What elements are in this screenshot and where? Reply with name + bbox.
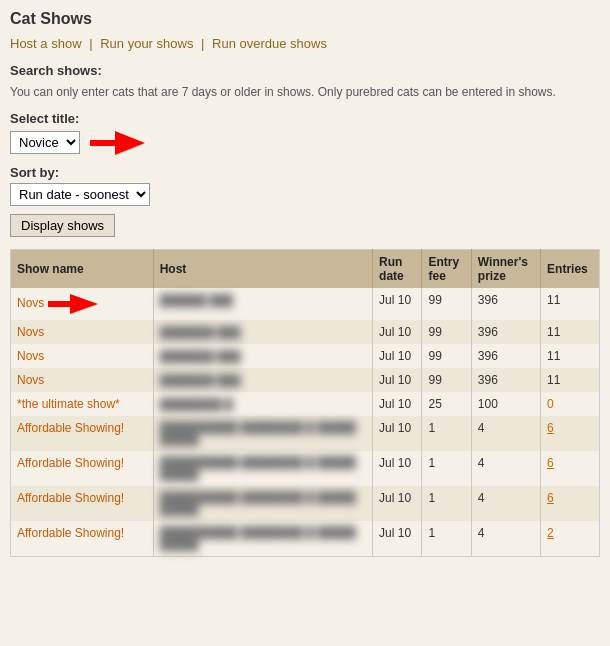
show-name-link[interactable]: Novs xyxy=(17,373,44,387)
host-cell: ██████████ ████████ █ █████ █████ xyxy=(153,486,372,521)
entry-fee-cell: 99 xyxy=(422,344,471,368)
entries-link[interactable]: 6 xyxy=(547,491,554,505)
display-shows-button[interactable]: Display shows xyxy=(10,214,115,237)
col-header-show-name: Show name xyxy=(11,249,154,288)
title-select-row: Novice xyxy=(10,129,600,157)
run-date-cell: Jul 10 xyxy=(373,486,422,521)
col-header-entry-fee: Entry fee xyxy=(422,249,471,288)
show-name-link[interactable]: Affordable Showing! xyxy=(17,526,124,540)
table-row: Novs██████ ███Jul 109939611 xyxy=(11,288,600,320)
run-date-cell: Jul 10 xyxy=(373,288,422,320)
entries-link[interactable]: 6 xyxy=(547,421,554,435)
entry-fee-cell: 25 xyxy=(422,392,471,416)
host-cell: ██████████ ████████ █ █████ █████ xyxy=(153,451,372,486)
host-blurred: ██████████ ████████ █ █████ █████ xyxy=(160,526,366,550)
arrow-icon-row xyxy=(44,296,100,310)
page-container: Cat Shows Host a show | Run your shows |… xyxy=(0,0,610,646)
show-name-cell: Novs xyxy=(11,288,154,320)
host-cell: ███████ ███ xyxy=(153,320,372,344)
host-blurred: ███████ ███ xyxy=(160,350,241,362)
table-row: Affordable Showing!██████████ ████████ █… xyxy=(11,521,600,557)
show-name-link[interactable]: Novs xyxy=(17,325,44,339)
table-row: Novs███████ ███Jul 109939611 xyxy=(11,344,600,368)
info-text: You can only enter cats that are 7 days … xyxy=(10,84,600,101)
show-name-cell: Novs xyxy=(11,368,154,392)
host-blurred: ██████████ ████████ █ █████ █████ xyxy=(160,491,366,515)
entry-fee-cell: 99 xyxy=(422,288,471,320)
show-name-link[interactable]: Novs xyxy=(17,349,44,363)
run-date-cell: Jul 10 xyxy=(373,368,422,392)
title-label: Select title: xyxy=(10,111,600,126)
page-title: Cat Shows xyxy=(10,10,600,28)
winners-prize-cell: 396 xyxy=(471,344,540,368)
entries-cell: 11 xyxy=(541,368,600,392)
svg-marker-1 xyxy=(48,294,98,314)
show-name-cell: Affordable Showing! xyxy=(11,416,154,451)
entry-fee-cell: 1 xyxy=(422,486,471,521)
entry-fee-cell: 99 xyxy=(422,368,471,392)
winners-prize-cell: 4 xyxy=(471,416,540,451)
show-name-link[interactable]: Affordable Showing! xyxy=(17,421,124,435)
nav-sep-2: | xyxy=(201,36,204,51)
run-date-cell: Jul 10 xyxy=(373,451,422,486)
winners-prize-cell: 396 xyxy=(471,320,540,344)
show-name-link[interactable]: Novs xyxy=(17,296,44,310)
entries-cell: 6 xyxy=(541,451,600,486)
entries-link[interactable]: 2 xyxy=(547,526,554,540)
entry-fee-cell: 99 xyxy=(422,320,471,344)
col-header-entries: Entries xyxy=(541,249,600,288)
host-cell: ██████████ ████████ █ █████ █████ xyxy=(153,521,372,557)
show-name-cell: Affordable Showing! xyxy=(11,521,154,557)
run-date-cell: Jul 10 xyxy=(373,416,422,451)
table-row: Affordable Showing!██████████ ████████ █… xyxy=(11,416,600,451)
host-cell: ██████ ███ xyxy=(153,288,372,320)
show-name-cell: Affordable Showing! xyxy=(11,486,154,521)
entries-cell: 11 xyxy=(541,288,600,320)
host-blurred: ██████████ ████████ █ █████ █████ xyxy=(160,456,366,480)
host-blurred: ████████ █ xyxy=(160,398,233,410)
show-name-link[interactable]: Affordable Showing! xyxy=(17,456,124,470)
host-blurred: ██████ ███ xyxy=(160,294,233,306)
nav-host-show[interactable]: Host a show xyxy=(10,36,82,51)
col-header-run-date: Run date xyxy=(373,249,422,288)
entry-fee-cell: 1 xyxy=(422,521,471,557)
shows-table: Show name Host Run date Entry fee Winner… xyxy=(10,249,600,557)
host-blurred: ███████ ███ xyxy=(160,326,241,338)
winners-prize-cell: 396 xyxy=(471,368,540,392)
nav-overdue-shows[interactable]: Run overdue shows xyxy=(212,36,327,51)
table-row: Affordable Showing!██████████ ████████ █… xyxy=(11,486,600,521)
show-name-cell: Novs xyxy=(11,344,154,368)
run-date-cell: Jul 10 xyxy=(373,344,422,368)
table-row: Novs███████ ███Jul 109939611 xyxy=(11,368,600,392)
show-name-link[interactable]: *the ultimate show* xyxy=(17,397,120,411)
nav-your-shows[interactable]: Run your shows xyxy=(100,36,193,51)
run-date-cell: Jul 10 xyxy=(373,320,422,344)
nav-sep-1: | xyxy=(89,36,92,51)
host-cell: ██████████ ████████ █ █████ █████ xyxy=(153,416,372,451)
table-row: *the ultimate show*████████ █Jul 1025100… xyxy=(11,392,600,416)
winners-prize-cell: 100 xyxy=(471,392,540,416)
run-date-cell: Jul 10 xyxy=(373,392,422,416)
table-row: Affordable Showing!██████████ ████████ █… xyxy=(11,451,600,486)
winners-prize-cell: 4 xyxy=(471,521,540,557)
svg-marker-0 xyxy=(90,131,145,155)
table-header-row: Show name Host Run date Entry fee Winner… xyxy=(11,249,600,288)
run-date-cell: Jul 10 xyxy=(373,521,422,557)
winners-prize-cell: 4 xyxy=(471,451,540,486)
title-select[interactable]: Novice xyxy=(10,131,80,154)
sort-select[interactable]: Run date - soonest xyxy=(10,183,150,206)
host-cell: ███████ ███ xyxy=(153,344,372,368)
show-name-link[interactable]: Affordable Showing! xyxy=(17,491,124,505)
entries-cell: 11 xyxy=(541,344,600,368)
show-name-cell: Novs xyxy=(11,320,154,344)
sort-row: Sort by: Run date - soonest xyxy=(10,165,600,206)
entries-cell: 0 xyxy=(541,392,600,416)
arrow-icon-title xyxy=(90,129,150,157)
col-header-winners-prize: Winner's prize xyxy=(471,249,540,288)
search-heading: Search shows: xyxy=(10,63,600,78)
table-row: Novs███████ ███Jul 109939611 xyxy=(11,320,600,344)
winners-prize-cell: 4 xyxy=(471,486,540,521)
show-name-cell: *the ultimate show* xyxy=(11,392,154,416)
entries-link[interactable]: 6 xyxy=(547,456,554,470)
winners-prize-cell: 396 xyxy=(471,288,540,320)
